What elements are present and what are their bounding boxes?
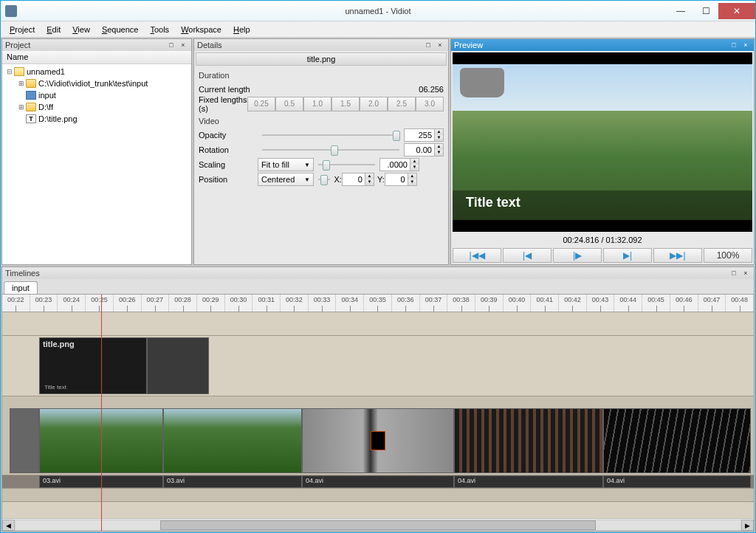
timeline-spacer <box>2 312 754 336</box>
fixed-length-button[interactable]: 3.0 <box>416 97 444 111</box>
ruler-tick: 00:29 <box>197 295 225 312</box>
minimize-button[interactable]: — <box>668 3 693 19</box>
preview-zoom[interactable]: 100% <box>704 248 752 263</box>
tree-item-label: input <box>38 91 56 100</box>
rotation-value[interactable]: 0.00 <box>404 143 435 157</box>
transport-prev-button[interactable]: |◀ <box>503 248 551 263</box>
project-panel-header[interactable]: Project □ × <box>2 39 191 51</box>
video-clip[interactable]: 03.avi <box>163 408 302 473</box>
panel-close-icon[interactable]: × <box>740 41 751 49</box>
tree-item[interactable]: ⊞D:\ff <box>2 101 191 113</box>
fixed-length-button[interactable]: 2.0 <box>360 97 388 111</box>
preview-panel-title: Preview <box>454 41 483 49</box>
position-y-value[interactable]: 0 <box>385 173 408 186</box>
scaling-slider[interactable] <box>318 157 375 172</box>
scaling-combo[interactable]: Fit to fill▼ <box>258 158 314 171</box>
transport-next-button[interactable]: ▶| <box>603 248 652 263</box>
tree-expander-icon[interactable]: ⊞ <box>17 103 26 111</box>
position-slider[interactable] <box>318 172 330 187</box>
preview-panel-header[interactable]: Preview □ × <box>451 39 754 51</box>
title-track[interactable]: title.png Title text <box>2 336 754 396</box>
project-column-header[interactable]: Name <box>2 51 191 64</box>
menu-edit[interactable]: Edit <box>41 24 66 35</box>
video-clip[interactable]: 04.avi <box>603 408 751 473</box>
audio-track[interactable]: 03.avi03.avi04.avi04.avi04.avi <box>2 475 754 489</box>
ruler-tick: 00:44 <box>614 295 642 312</box>
fixed-length-button[interactable]: 1.0 <box>303 97 331 111</box>
rotation-slider[interactable] <box>262 142 399 157</box>
video-track[interactable]: 03.avi03.avi04.avi04.avi04.avi <box>2 396 754 475</box>
timelines-panel-header[interactable]: Timelines □ × <box>2 267 754 279</box>
tree-item[interactable]: ⊞C:\Vidiot\vidiot_trunk\test\input <box>2 78 191 89</box>
menu-tools[interactable]: Tools <box>144 24 175 35</box>
preview-viewport[interactable]: Title text <box>453 52 752 232</box>
tree-item-label: C:\Vidiot\vidiot_trunk\test\input <box>38 79 148 88</box>
ruler-tick: 00:22 <box>2 295 30 312</box>
fixed-length-button[interactable]: 2.5 <box>388 97 416 111</box>
opacity-label: Opacity <box>199 131 258 140</box>
opacity-spinner[interactable]: ▲▼ <box>435 128 444 142</box>
clip-label: 04.avi <box>455 408 602 409</box>
menu-project[interactable]: Project <box>4 24 41 35</box>
menu-help[interactable]: Help <box>227 24 256 35</box>
timeline-ruler[interactable]: 00:2200:2300:2400:2500:2600:2700:2800:29… <box>2 295 754 312</box>
tree-item-label: unnamed1 <box>27 67 65 76</box>
playhead[interactable] <box>101 295 102 531</box>
position-y-spinner[interactable]: ▲▼ <box>408 173 417 186</box>
scaling-value[interactable]: .0000 <box>379 158 410 171</box>
timelines-panel-title: Timelines <box>5 269 40 278</box>
timeline-scrollbar[interactable]: ◀ ▶ <box>2 518 754 531</box>
opacity-value[interactable]: 255 <box>404 128 435 142</box>
transport-end-button[interactable]: ▶▶| <box>653 248 702 263</box>
panel-max-icon[interactable]: □ <box>729 41 739 49</box>
tree-expander-icon[interactable]: ⊞ <box>17 80 26 87</box>
audio-clip[interactable]: 03.avi <box>163 475 302 488</box>
scroll-left-icon[interactable]: ◀ <box>2 520 15 531</box>
title-clip[interactable]: title.png Title text <box>39 337 147 394</box>
rotation-spinner[interactable]: ▲▼ <box>435 143 444 157</box>
maximize-button[interactable]: ☐ <box>693 3 718 19</box>
menu-sequence[interactable]: Sequence <box>96 24 145 35</box>
video-clip[interactable]: 04.avi <box>454 408 603 473</box>
menu-view[interactable]: View <box>66 24 96 35</box>
transport-play-button[interactable]: |▶ <box>553 248 602 263</box>
audio-clip[interactable]: 04.avi <box>603 475 751 488</box>
menu-workspace[interactable]: Workspace <box>175 24 227 35</box>
audio-clip[interactable]: 04.avi <box>454 475 603 488</box>
video-header: Video <box>199 117 444 125</box>
tree-expander-icon[interactable]: ⊟ <box>5 68 14 75</box>
tree-item[interactable]: ⊟unnamed1 <box>2 66 191 78</box>
title-clip-tail[interactable] <box>147 337 209 394</box>
current-length-label: Current length <box>199 85 258 94</box>
fixed-length-button[interactable]: 1.5 <box>331 97 360 111</box>
audio-clip[interactable]: 04.avi <box>302 475 454 488</box>
scroll-thumb[interactable] <box>160 520 595 530</box>
transport-home-button[interactable]: |◀◀ <box>453 248 501 263</box>
ruler-tick: 00:23 <box>30 295 58 312</box>
timeline-tab[interactable]: input <box>4 281 38 294</box>
chevron-down-icon: ▼ <box>304 162 310 168</box>
panel-close-icon[interactable]: × <box>740 269 751 278</box>
panel-max-icon[interactable]: □ <box>729 269 739 278</box>
position-combo[interactable]: Centered▼ <box>258 173 314 186</box>
panel-max-icon[interactable]: □ <box>166 41 176 49</box>
file-blue-icon <box>26 91 36 100</box>
window-titlebar: unnamed1 - Vidiot — ☐ ✕ <box>1 1 755 21</box>
ruler-tick: 00:28 <box>169 295 197 312</box>
details-panel-header[interactable]: Details □ × <box>194 39 448 51</box>
panel-max-icon[interactable]: □ <box>423 41 433 49</box>
fixed-length-button[interactable]: 0.5 <box>275 97 303 111</box>
scroll-right-icon[interactable]: ▶ <box>741 520 754 531</box>
position-label: Position <box>199 175 258 184</box>
tree-item[interactable]: TD:\title.png <box>2 113 191 125</box>
position-x-value[interactable]: 0 <box>342 173 365 186</box>
close-button[interactable]: ✕ <box>718 3 755 19</box>
panel-close-icon[interactable]: × <box>178 41 188 49</box>
scaling-spinner[interactable]: ▲▼ <box>410 158 419 171</box>
fixed-length-button[interactable]: 0.25 <box>247 97 275 111</box>
position-x-spinner[interactable]: ▲▼ <box>365 173 374 186</box>
opacity-slider[interactable] <box>262 128 399 142</box>
tree-item[interactable]: input <box>2 89 191 101</box>
video-clip[interactable]: 04.avi <box>302 408 454 473</box>
panel-close-icon[interactable]: × <box>435 41 445 49</box>
